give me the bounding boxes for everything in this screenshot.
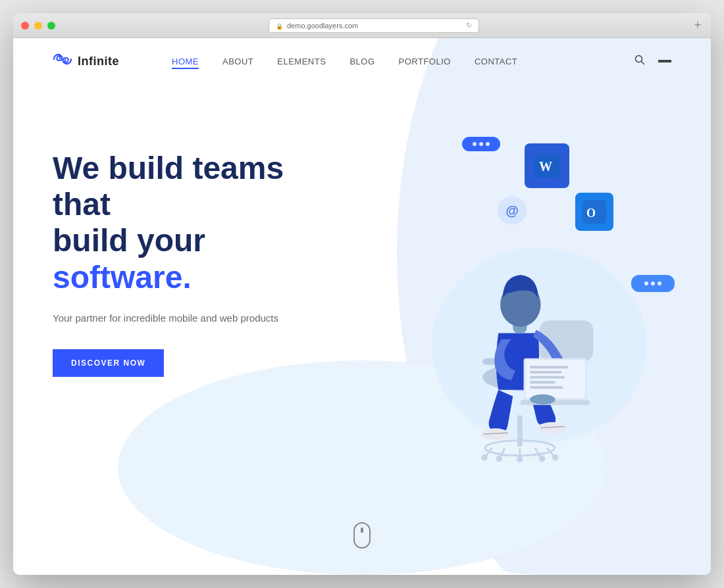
hero-subtitle: Your partner for incredible mobile and w… bbox=[53, 311, 331, 326]
new-tab-button[interactable]: + bbox=[692, 20, 703, 31]
chat-dot bbox=[479, 142, 483, 146]
scroll-indicator bbox=[353, 522, 371, 549]
address-text: demo.goodlayers.com bbox=[287, 22, 358, 30]
browser-actions: + bbox=[692, 20, 703, 31]
nav-home[interactable]: HOME bbox=[172, 57, 199, 66]
site-header: Infinite HOME ABOUT ELEMENTS BLOG PORTFO… bbox=[13, 38, 711, 84]
svg-text:W: W bbox=[539, 159, 552, 174]
maximize-button[interactable] bbox=[47, 22, 55, 30]
hero-content: We build teams that build your software.… bbox=[53, 124, 331, 377]
svg-line-1 bbox=[642, 62, 644, 64]
chat-bubble-2 bbox=[631, 275, 675, 292]
hero-section: We build teams that build your software.… bbox=[13, 84, 711, 492]
hero-title: We build teams that build your software. bbox=[53, 150, 331, 295]
website-content: Infinite HOME ABOUT ELEMENTS BLOG PORTFO… bbox=[13, 38, 711, 575]
logo[interactable]: Infinite bbox=[53, 53, 119, 70]
person-illustration bbox=[395, 150, 671, 466]
reload-icon[interactable]: ↻ bbox=[466, 21, 472, 30]
scroll-wheel bbox=[361, 527, 363, 533]
chat-dot bbox=[658, 282, 661, 285]
nav-portfolio[interactable]: PORTFOLIO bbox=[399, 57, 451, 66]
lock-icon bbox=[276, 22, 283, 30]
scroll-mouse-icon bbox=[353, 522, 371, 549]
word-badge: W bbox=[525, 143, 569, 188]
svg-rect-37 bbox=[530, 386, 563, 389]
minimize-button[interactable] bbox=[34, 22, 42, 30]
hero-title-line1: We build teams that bbox=[53, 151, 284, 222]
hamburger-menu-icon[interactable] bbox=[658, 60, 671, 62]
hero-illustration: W O bbox=[331, 124, 671, 466]
menu-lines bbox=[658, 60, 671, 62]
nav-blog[interactable]: BLOG bbox=[349, 57, 375, 66]
svg-point-16 bbox=[539, 456, 546, 462]
hero-title-line2: build your bbox=[53, 223, 205, 258]
svg-point-12 bbox=[496, 456, 502, 462]
outlook-badge: O bbox=[575, 193, 613, 231]
address-input[interactable]: demo.goodlayers.com ↻ bbox=[269, 18, 479, 33]
svg-rect-36 bbox=[530, 381, 555, 383]
main-nav: HOME ABOUT ELEMENTS BLOG PORTFOLIO CONTA… bbox=[172, 57, 634, 66]
chat-dot bbox=[651, 282, 655, 285]
nav-contact[interactable]: CONTACT bbox=[475, 57, 517, 66]
hero-title-highlight: software. bbox=[53, 260, 192, 295]
chat-dot bbox=[473, 142, 477, 146]
browser-titlebar: demo.goodlayers.com ↻ + bbox=[13, 13, 711, 38]
svg-line-15 bbox=[535, 448, 541, 457]
close-button[interactable] bbox=[21, 22, 29, 30]
svg-point-14 bbox=[517, 456, 523, 463]
svg-rect-33 bbox=[530, 366, 568, 368]
logo-icon bbox=[53, 53, 72, 70]
svg-point-18 bbox=[552, 454, 559, 461]
svg-rect-7 bbox=[517, 415, 523, 447]
svg-line-11 bbox=[500, 448, 505, 457]
logo-text: Infinite bbox=[78, 55, 119, 68]
chat-bubble-1 bbox=[462, 137, 500, 151]
svg-point-39 bbox=[530, 395, 555, 404]
svg-rect-34 bbox=[530, 371, 561, 374]
discover-now-button[interactable]: DISCOVER NOW bbox=[53, 349, 164, 377]
header-actions bbox=[634, 55, 671, 68]
nav-elements[interactable]: ELEMENTS bbox=[277, 57, 326, 66]
svg-point-10 bbox=[481, 454, 488, 461]
svg-rect-35 bbox=[530, 376, 565, 379]
chat-dot bbox=[486, 142, 490, 146]
nav-about[interactable]: ABOUT bbox=[222, 57, 253, 66]
search-icon[interactable] bbox=[634, 55, 645, 68]
browser-window: demo.goodlayers.com ↻ + Infinite bbox=[13, 13, 711, 575]
address-bar-container: demo.goodlayers.com ↻ bbox=[100, 18, 648, 33]
chat-dot bbox=[644, 282, 648, 285]
svg-text:O: O bbox=[586, 207, 596, 220]
